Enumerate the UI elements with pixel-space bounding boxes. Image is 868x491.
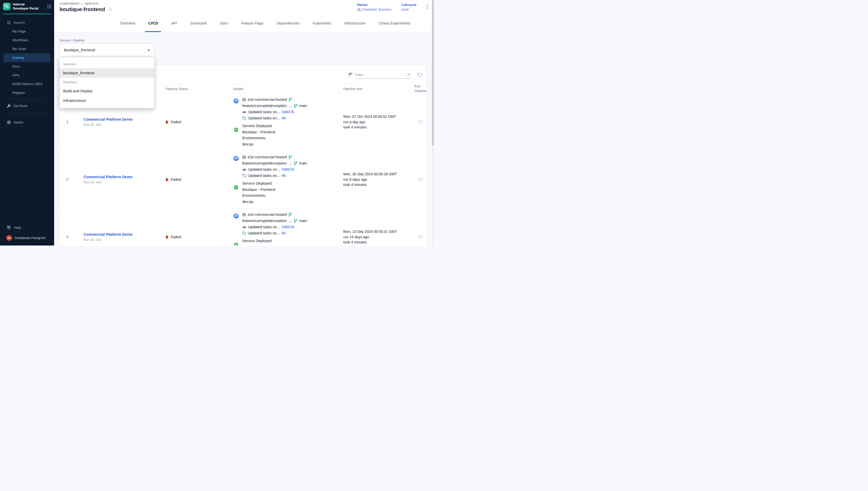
pipeline-link[interactable]: Commercial Platform Demo: [84, 232, 163, 236]
entity-title-block: COMPONENT — SERVICE boutique-frontend: [60, 2, 113, 12]
sidebar-item-devtools[interactable]: DevTools: [0, 102, 54, 110]
menu-option-boutique-frontend[interactable]: boutique_frontend: [60, 68, 154, 78]
menu-option-build-and-deploy[interactable]: Build and Deploy: [60, 86, 154, 96]
pr-link[interactable]: #8: [281, 115, 285, 121]
pr-link[interactable]: #8: [281, 230, 285, 236]
cd-stage-icon: [233, 185, 239, 205]
pr-message: Updated tasks on...: [248, 230, 280, 236]
target-branch[interactable]: main: [299, 103, 307, 109]
sidebar-item-admin[interactable]: Admin: [0, 118, 54, 126]
repo-name[interactable]: e2e-commercial-hosted: [248, 97, 287, 103]
arrow-right-icon: [288, 218, 292, 224]
scrollbar-thumb[interactable]: [432, 0, 434, 146]
status-text: Failed: [171, 120, 181, 124]
lifecycle-value: prod: [402, 7, 416, 12]
user-menu[interactable]: DP Debabrata Panigrahi: [0, 232, 54, 244]
commit-message: Updated tasks on...: [248, 109, 280, 115]
source-branch[interactable]: feature/corruptedexception: [242, 161, 287, 167]
status-cell: Failed: [163, 120, 224, 124]
refresh-icon[interactable]: [417, 72, 423, 77]
rerun-pipeline-icon[interactable]: [418, 120, 423, 124]
tab-kubernetes[interactable]: Kubernetes: [310, 15, 335, 32]
table-row: 2 Commercial Platform Demo Run ID: 183 F…: [60, 151, 427, 208]
app-switcher-grid-icon[interactable]: [47, 4, 51, 8]
clear-filter-icon[interactable]: [407, 73, 410, 77]
run-index: 1: [60, 120, 75, 124]
status-cell: Failed: [163, 177, 224, 181]
lifecycle-label: Lifecycle: [402, 3, 416, 7]
breadcrumb: COMPONENT — SERVICE: [60, 2, 113, 5]
pipeline-picker-select[interactable]: boutique_frontend: [60, 43, 154, 56]
page-title: boutique-frontend: [60, 6, 105, 12]
time-cell: Mon, 30 Sep 2024 00:00:28 GMT run 8 days…: [340, 172, 413, 187]
tab-feature-flags[interactable]: Feature Flags: [238, 15, 267, 32]
col-header-status: Pipeline Status: [163, 87, 224, 91]
tab-api[interactable]: API: [168, 15, 180, 32]
sidebar-item-my-page[interactable]: My Page: [0, 27, 54, 36]
sidebar-item-register[interactable]: Register: [0, 88, 54, 97]
tab-cicd[interactable]: CI/CD: [145, 15, 161, 32]
repository-icon: [242, 155, 246, 159]
favorite-star-icon[interactable]: [108, 7, 113, 12]
commit-link[interactable]: 54607b: [282, 109, 294, 115]
filter-box: Filter: [349, 71, 410, 79]
tab-overview[interactable]: Overview: [117, 15, 138, 32]
branch-icon: [288, 155, 292, 159]
pr-link[interactable]: #8: [281, 173, 285, 179]
ci-detail-group: e2e-commercial-hosted feature/corruptede…: [233, 97, 340, 121]
repo-name[interactable]: e2e-commercial-hosted: [248, 212, 287, 218]
commit-link[interactable]: 54607b: [282, 167, 294, 173]
sidebar-item-search[interactable]: Search: [0, 18, 54, 27]
sidebar-item-workflows[interactable]: Workflows: [0, 36, 54, 45]
search-icon: [7, 21, 11, 25]
tab-docs[interactable]: Docs: [217, 15, 231, 32]
col-header-run-line1: Run: [414, 84, 427, 89]
rerun-pipeline-icon[interactable]: [418, 235, 423, 239]
kebab-menu-icon[interactable]: [427, 4, 428, 9]
status-text: Failed: [171, 235, 181, 239]
pull-request-icon: [242, 174, 246, 178]
details-cell: e2e-commercial-hosted feature/corruptede…: [224, 154, 340, 205]
run-date: Mon, 30 Sep 2024 00:00:28 GMT: [343, 172, 413, 177]
tab-infrastructure[interactable]: Infrastructure: [341, 15, 369, 32]
sidebar-nav: Search My Page Workflows My Team Catalog…: [0, 18, 54, 126]
ci-detail-group: e2e-commercial-hosted feature/corruptede…: [233, 212, 340, 236]
source-branch[interactable]: feature/corruptedexception: [242, 218, 287, 224]
menu-option-infrastructure[interactable]: Infrastructure: [60, 96, 154, 105]
source-branch[interactable]: feature/corruptedexception: [242, 103, 287, 109]
target-branch[interactable]: main: [299, 161, 307, 167]
cd-detail-group: Service Deployed: Boutique - Frontend En…: [233, 238, 340, 246]
sidebar-item-apis[interactable]: APIs: [0, 71, 54, 80]
sidebar-item-docs[interactable]: Docs: [0, 62, 54, 71]
filter-input[interactable]: Filter: [355, 71, 410, 79]
tab-chaos-experiments[interactable]: Chaos Experiments: [376, 15, 413, 32]
pipeline-link[interactable]: Commercial Platform Demo: [84, 175, 163, 179]
pr-message: Updated tasks on...: [248, 173, 280, 179]
sidebar-item-my-team[interactable]: My Team: [0, 45, 54, 53]
pull-request-icon: [242, 231, 246, 235]
repo-name[interactable]: e2e-commercial-hosted: [248, 154, 287, 161]
owner-link[interactable]: Customer Success: [357, 7, 391, 12]
time-cell: Mon, 07 Oct 2024 00:00:52 GMT run a day …: [340, 114, 413, 130]
scrollbar-track[interactable]: [432, 0, 434, 246]
environments-label: Environments:: [242, 193, 275, 199]
environments-label: Environments:: [242, 135, 275, 141]
brand-title: Internal Developer Portal: [13, 2, 41, 11]
run-index: 3: [60, 235, 75, 239]
deploy-service: Boutique - Frontend: [242, 129, 275, 135]
owner-value: Customer Success: [362, 7, 391, 12]
sidebar-item-help[interactable]: ? Help: [0, 223, 54, 232]
pipeline-picker-label: Service / Pipeline: [60, 39, 85, 42]
tab-dependencies[interactable]: Dependencies: [274, 15, 303, 32]
rerun-pipeline-icon[interactable]: [418, 177, 423, 182]
branch-icon: [294, 219, 298, 223]
ci-stage-icon: [233, 155, 239, 179]
status-cell: Failed: [163, 235, 224, 239]
pipeline-link[interactable]: Commercial Platform Demo: [84, 117, 163, 121]
sidebar-item-dora-metrics[interactable]: DORA Metrics (SEI): [0, 80, 54, 88]
run-ago: run 8 days ago: [343, 177, 413, 182]
sidebar-item-catalog[interactable]: Catalog: [3, 53, 51, 62]
tab-scorecard[interactable]: Scorecard: [187, 15, 210, 32]
commit-link[interactable]: 54607b: [282, 224, 294, 230]
target-branch[interactable]: main: [299, 218, 307, 224]
